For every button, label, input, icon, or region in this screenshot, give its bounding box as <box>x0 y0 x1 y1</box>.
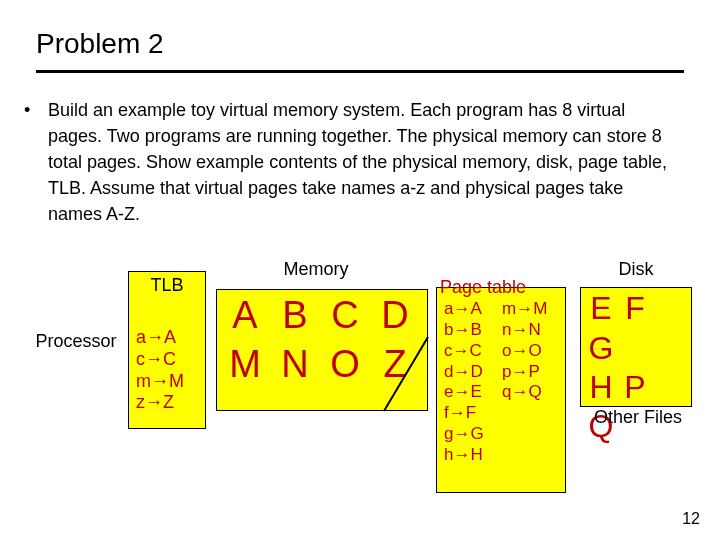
pt-entry: a→A <box>444 299 484 320</box>
page-title: Problem 2 <box>36 28 684 60</box>
tlb-entry: m→M <box>136 371 184 393</box>
pt-entry: f→F <box>444 403 484 424</box>
memory-label: Memory <box>246 259 386 280</box>
tlb-entry: c→C <box>136 349 184 371</box>
mem-cell: N <box>270 340 320 389</box>
bullet-text: •Build an example toy virtual memory sys… <box>48 97 684 227</box>
pt-entry: e→E <box>444 382 484 403</box>
mem-cell: B <box>270 291 320 340</box>
mem-cell: A <box>220 291 270 340</box>
pt-entry: c→C <box>444 341 484 362</box>
tlb-entry: z→Z <box>136 392 184 414</box>
mem-cell: O <box>320 340 370 389</box>
pt-entry: o→O <box>502 341 547 362</box>
pt-entry: q→Q <box>502 382 547 403</box>
title-rule <box>36 70 684 73</box>
pt-entry: m→M <box>502 299 547 320</box>
page-table-left: a→A b→B c→C d→D e→E f→F g→G h→H <box>444 299 484 465</box>
pt-entry: g→G <box>444 424 484 445</box>
disk-label: Disk <box>580 259 692 280</box>
disk-cell: G <box>584 329 618 368</box>
pt-entry: b→B <box>444 320 484 341</box>
disk-cell: P <box>618 368 652 407</box>
disk-cell: E <box>584 289 618 328</box>
page-table-right: m→M n→N o→O p→P q→Q <box>502 299 547 403</box>
slide: Problem 2 •Build an example toy virtual … <box>0 0 720 540</box>
pt-entry: h→H <box>444 445 484 466</box>
mem-cell: C <box>320 291 370 340</box>
page-number: 12 <box>682 510 700 528</box>
tlb-entries: a→A c→C m→M z→Z <box>136 327 184 413</box>
mem-cell: M <box>220 340 270 389</box>
pt-entry: p→P <box>502 362 547 383</box>
memory-cells: ABCD MNOZ <box>220 291 420 388</box>
disk-cell: H <box>584 368 618 407</box>
tlb-entry: a→A <box>136 327 184 349</box>
disk-cell: F <box>618 289 652 328</box>
mem-cell: Z <box>370 340 420 389</box>
disk-other-files: Other Files <box>578 407 698 428</box>
processor-label: Processor <box>30 331 122 352</box>
tlb-label: TLB <box>128 275 206 296</box>
bullet-content: Build an example toy virtual memory syst… <box>48 100 667 224</box>
page-table-label: Page table <box>440 277 526 298</box>
diagram: Processor TLB a→A c→C m→M z→Z Memory ABC… <box>36 255 684 515</box>
pt-entry: n→N <box>502 320 547 341</box>
mem-cell: D <box>370 291 420 340</box>
pt-entry: d→D <box>444 362 484 383</box>
